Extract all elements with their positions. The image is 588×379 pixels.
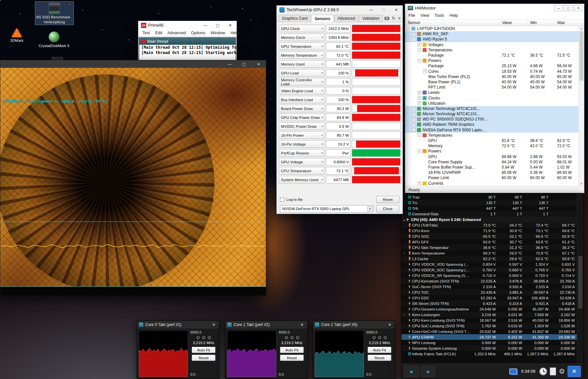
close-sensors-button[interactable]: ✕ — [568, 366, 581, 377]
prime95-menu-edit[interactable]: Edit — [153, 30, 165, 37]
hwinfo-scrollbar[interactable] — [577, 193, 583, 364]
hwmonitor-menu-tools[interactable]: Tools — [432, 12, 447, 19]
tree-expand-toggle[interactable]: + — [412, 118, 416, 121]
clock-icon[interactable] — [539, 367, 547, 375]
option-circle[interactable] — [202, 336, 205, 339]
gpuz-sensor-dropdown[interactable]: GPU Chip Power Draw▾ — [279, 114, 324, 121]
hwmonitor-tree-row[interactable]: GPU89.68 W2.86 W93.53 W — [405, 154, 578, 159]
column-min[interactable]: Min — [528, 20, 555, 26]
prime95-menu-window[interactable]: Window — [208, 30, 228, 37]
reset-button[interactable]: Reset — [280, 355, 304, 361]
expand-chevron-icon[interactable]: › — [402, 313, 407, 316]
close-icon[interactable]: ✕ — [390, 6, 403, 14]
hwinfo-sensor-row[interactable]: SoC-Strom (SVI3 TFN)2.316 A0.932 A2.515 … — [402, 284, 577, 289]
hwmonitor-tree-row[interactable]: Package72.1 °C36.5 °C72.5 °C — [405, 53, 578, 58]
tree-expand-toggle[interactable]: − — [412, 38, 416, 41]
gpuz-sensor-dropdown[interactable]: GPU Voltage▾ — [279, 158, 324, 166]
hwmonitor-menu-file[interactable]: File — [406, 12, 418, 19]
hwinfo-sensor-row[interactable]: CPU EDC52.262 A33.947 A106.409 A52.628 A — [402, 295, 577, 301]
hwmonitor-tree-row[interactable]: GPU81.8 °C36.6 °C82.3 °C — [405, 138, 578, 143]
reset-button[interactable]: Reset — [368, 355, 391, 361]
hwmonitor-tree-row[interactable]: PPT Limit54.00 W54.00 W54.00 W — [405, 85, 578, 90]
hwmonitor-tree-row[interactable]: +Clocks — [405, 95, 578, 100]
hwmonitor-tree-row[interactable]: +Utilization — [405, 101, 578, 106]
option-circle[interactable] — [285, 336, 288, 339]
hwinfo-sensor-row[interactable]: CPU TDC22.430 A3.881 A39.597 A22.730 A — [402, 289, 577, 295]
hwmonitor-tree-row[interactable]: 16-PIN 12VHPWR85.08 W0.36 W88.93 W — [405, 170, 578, 175]
hwinfo-section-header[interactable]: ⌄CPU [#0]: AMD Ryzen 5 240: Enhanced — [402, 217, 577, 222]
tree-expand-toggle[interactable]: − — [418, 59, 421, 63]
tree-expand-toggle[interactable]: + — [412, 123, 416, 126]
tree-expand-toggle[interactable]: − — [412, 128, 416, 132]
hwinfo-sensor-row[interactable]: APU STAPM24.737 W6.151 W41.350 W24.336 W — [402, 334, 577, 340]
hwinfo-sensor-row[interactable]: Trc135 T135 T135 T — [402, 200, 577, 205]
hwmonitor-tree-row[interactable]: −AMD Ryzen 5 — [405, 37, 578, 42]
close-icon[interactable]: ✕ — [209, 321, 219, 329]
hwmonitor-tree-row[interactable]: +AMD Radeon 760M Graphics — [405, 122, 578, 127]
hwinfo-sensor-row[interactable]: CPU-Kern71.9 °C30.8 °C73.1 °C69.6 °C — [402, 228, 577, 233]
desktop-icon-crystaldiskmark[interactable]: CrystalDiskMark 5 — [36, 30, 72, 48]
tree-expand-toggle[interactable]: + — [418, 91, 421, 95]
tree-expand-toggle[interactable]: + — [418, 43, 421, 46]
prime95-menu-advanced[interactable]: Advanced — [165, 30, 188, 37]
prime95-menu-help[interactable]: Help — [228, 30, 242, 37]
hwmonitor-scrollbar[interactable]: ▲ ▼ — [578, 26, 584, 186]
minimize-icon[interactable]: — — [365, 6, 378, 14]
hwmonitor-tree-row[interactable]: Frame Buffer Power Sup...0.84 W0.44 W1.0… — [405, 165, 578, 170]
option-circle[interactable] — [378, 336, 381, 339]
tree-expand-toggle[interactable]: + — [418, 96, 421, 100]
column-value[interactable]: Value — [499, 20, 528, 26]
gpuz-sensor-dropdown[interactable]: GPU Load▾ — [279, 69, 324, 77]
option-circle[interactable] — [296, 336, 299, 339]
maximize-icon[interactable]: ▢ — [211, 21, 224, 30]
scroll-up-icon[interactable]: ▲ — [579, 26, 584, 31]
auto-fit-button[interactable]: Auto Fit — [192, 347, 215, 353]
core-window-titlebar[interactable]: Core 0 Takt (perf #1)✕ — [137, 321, 219, 329]
hwinfo-sensor-row[interactable]: CPU (Tctl/Tdie)72.0 °C34.2 °C72.4 °C69.7… — [402, 222, 577, 228]
hwmonitor-tree-row[interactable]: Core Power Supply84.24 W0.00 W88.01 W — [405, 159, 578, 165]
hwinfo-sensor-row[interactable]: Infinity Fabric Takt (FCLK)1,332.9 MHz49… — [402, 351, 577, 357]
prime95-titlebar[interactable]: 24 Prime95 — ▢ ✕ — [138, 21, 237, 30]
hwinfo-sensor-row[interactable]: CPU Kern-Leistung (SVI3 TFN)18.567 W2.51… — [402, 317, 577, 323]
expand-chevron-icon[interactable]: › — [402, 251, 407, 255]
hwmonitor-tree-row[interactable]: +WD PC SN5000S SDEQNSJ-1T00... — [405, 117, 578, 122]
tree-expand-toggle[interactable]: + — [412, 112, 416, 116]
hwinfo-sensor-row[interactable]: CPU-SoC-Leistung (SVI3 TFN)1.762 W0.615 … — [402, 323, 577, 329]
auto-fit-button[interactable]: Auto Fit — [280, 347, 304, 353]
remote-monitor-icon[interactable] — [509, 368, 517, 374]
hwmonitor-tree-row[interactable]: Memory72.0 °C42.0 °C72.0 °C — [405, 143, 578, 149]
gpuz-sensor-dropdown[interactable]: MVDDC Power Draw▾ — [279, 122, 324, 130]
gpuz-sensor-dropdown[interactable]: Memory Controller Load▾ — [279, 78, 324, 86]
hwinfo-sensor-row[interactable]: ›Kern-Temperaturen69.3 °C29.0 °C72.8 °C6… — [402, 250, 577, 256]
prime95-menu-test[interactable]: Test — [140, 30, 153, 37]
gpuz-sensor-dropdown[interactable]: Bus Interface Load▾ — [279, 96, 324, 103]
gpuz-sensor-dropdown[interactable]: System Memory Used▾ — [279, 176, 324, 183]
hwinfo-sensor-row[interactable]: ›Kern-Leistungen3.216 W0.011 W7.693 W3.1… — [402, 312, 577, 317]
gpu-stress-titlebar[interactable]: — ▢ ✕ — [0, 60, 266, 68]
hwinfo-sensor-row[interactable]: Trfc447 T447 T447 T — [402, 205, 577, 211]
auto-fit-button[interactable]: Auto Fit — [368, 347, 391, 353]
gpuz-tab-validation[interactable]: Validation — [359, 15, 383, 22]
hwmonitor-titlebar[interactable]: HWMonitor — ▢ ✕ — [405, 4, 584, 12]
tree-expand-toggle[interactable]: − — [418, 133, 421, 137]
hwmonitor-tree-row[interactable]: −Temperatures — [405, 47, 578, 53]
hwinfo-sensor-row[interactable]: Tras90 T90 T90 T — [402, 194, 577, 200]
minimize-icon[interactable]: — — [554, 5, 563, 11]
hwinfo-sensor-row[interactable]: Command Rate1 T1 T1 T — [402, 211, 577, 217]
gpuz-sensor-dropdown[interactable]: 16-Pin Power▾ — [279, 131, 324, 139]
hwmonitor-tree-row[interactable]: Max Turbo Power (PL2)40.00 W40.00 W65.00… — [405, 74, 578, 79]
gpu-device-dropdown[interactable]: NVIDIA GeForce RTX 5050 Laptop GPL ▾ — [280, 205, 374, 212]
prime95-menu-options[interactable]: Options — [188, 30, 208, 37]
scrollbar-thumb[interactable] — [579, 31, 583, 81]
hwmonitor-tree-row[interactable]: −Powers — [405, 58, 578, 63]
gpuz-sensor-dropdown[interactable]: Memory Temperature▾ — [279, 51, 324, 59]
gpuz-sensor-dropdown[interactable]: PerfCap Reason▾ — [279, 149, 324, 157]
close-icon[interactable]: ✕ — [297, 321, 307, 329]
settings-gear-icon[interactable]: ⚙ — [559, 368, 565, 375]
hwinfo-sensor-row[interactable]: CPU-Kernstrom (SVI3 TFN)22.525 A3.878 A3… — [402, 278, 577, 284]
hwmonitor-menu-help[interactable]: Help — [447, 12, 461, 19]
hwmonitor-tree-row[interactable]: Power Limit60.00 W60.00 W60.00 W — [405, 175, 578, 180]
tree-expand-toggle[interactable]: + — [412, 32, 416, 36]
hwinfo-sensor-row[interactable]: CPU Skin Temperatur36.6 °C31.3 °C36.9 °C… — [402, 245, 577, 250]
hwinfo-sensor-row[interactable]: CPU VDDCR_SOC Spannung (SVI...0.760 V0.6… — [402, 267, 577, 273]
